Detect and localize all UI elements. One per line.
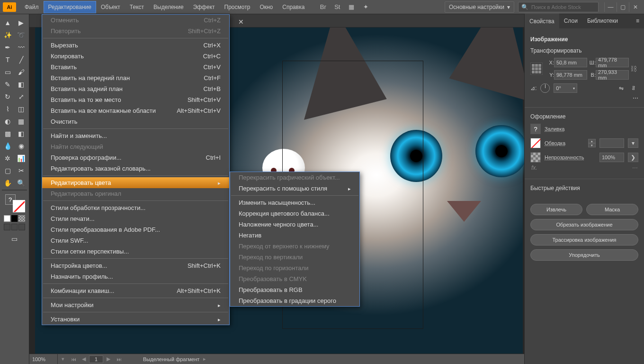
stock-icon[interactable]: St xyxy=(333,3,341,11)
artboard-tool[interactable]: ▢ xyxy=(1,165,14,176)
draw-normal-icon[interactable] xyxy=(4,224,10,230)
perspective-tool[interactable]: ▦ xyxy=(15,116,27,127)
w-value[interactable]: 479,778 mm xyxy=(596,58,629,67)
draw-inside-icon[interactable] xyxy=(18,224,25,230)
scale-tool[interactable]: ⤢ xyxy=(15,91,27,102)
curvature-tool[interactable]: 〰 xyxy=(15,42,27,53)
workspace-switcher[interactable]: Основные настройки ▾ xyxy=(445,1,514,13)
menu-item[interactable]: Стили печати... xyxy=(42,213,229,224)
appearance-more-icon[interactable]: ⋯ xyxy=(632,164,637,171)
search-input[interactable] xyxy=(531,4,595,10)
menu-item[interactable]: Стили обработки прозрачности... xyxy=(42,202,229,213)
menu-item[interactable]: Очистить xyxy=(42,116,229,127)
image-trace-button[interactable]: Трассировка изображения xyxy=(530,234,638,246)
type-tool[interactable]: T xyxy=(1,54,14,65)
artboard-number[interactable]: 1 xyxy=(89,355,103,363)
reference-point-icon[interactable] xyxy=(530,63,543,75)
opacity-dropdown[interactable]: ❯ xyxy=(628,153,638,162)
extract-button[interactable]: Извлечь xyxy=(530,204,582,215)
tab-properties[interactable]: Свойства xyxy=(525,14,559,28)
blend-tool[interactable]: ◉ xyxy=(15,140,27,152)
default-stroke-icon[interactable] xyxy=(11,215,18,222)
line-tool[interactable]: ╱ xyxy=(15,54,27,65)
menu-item[interactable]: ВставитьCtrl+V xyxy=(42,62,229,73)
gpu-icon[interactable]: ✦ xyxy=(361,3,370,11)
submenu-item[interactable]: Наложение черного цвета... xyxy=(230,219,359,230)
width-tool[interactable]: ⌇ xyxy=(1,103,14,115)
tab-layers[interactable]: Слои xyxy=(559,14,582,28)
menu-text[interactable]: Текст xyxy=(125,1,149,13)
graph-tool[interactable]: 📊 xyxy=(15,153,27,164)
fill-stroke-swatch[interactable]: ? xyxy=(4,193,25,212)
mesh-tool[interactable]: ▩ xyxy=(1,128,14,139)
pen-tool[interactable]: ✒ xyxy=(1,42,14,53)
mask-button[interactable]: Маска xyxy=(586,204,638,215)
tab-close-icon[interactable]: ✕ xyxy=(236,17,246,27)
menu-window[interactable]: Окно xyxy=(255,1,277,13)
menu-object[interactable]: Объект xyxy=(96,1,125,13)
menu-item[interactable]: КопироватьCtrl+C xyxy=(42,51,229,62)
close-button[interactable]: ✕ xyxy=(629,2,641,12)
shaper-tool[interactable]: ✎ xyxy=(1,79,14,90)
menu-item[interactable]: ВырезатьCtrl+X xyxy=(42,40,229,51)
next-artboard-icon[interactable]: ▶ xyxy=(103,354,114,364)
default-fill-icon[interactable] xyxy=(4,215,10,222)
menu-item[interactable]: Вставить на задний планCtrl+B xyxy=(42,83,229,94)
menu-item[interactable]: Редактировать заказной словарь... xyxy=(42,163,229,174)
menu-item[interactable]: Найти и заменить... xyxy=(42,130,229,141)
draw-behind-icon[interactable] xyxy=(11,224,18,230)
menu-item[interactable]: Мои настройки xyxy=(42,300,229,310)
angle-value[interactable]: 0°▾ xyxy=(554,83,577,93)
stroke-weight-value[interactable] xyxy=(599,138,624,148)
h-value[interactable]: 270,933 mm xyxy=(596,70,629,80)
submenu-item[interactable]: Изменить насыщенность... xyxy=(230,197,359,208)
first-artboard-icon[interactable]: ⏮ xyxy=(68,354,79,364)
menu-select[interactable]: Выделение xyxy=(149,1,188,13)
free-transform-tool[interactable]: ◫ xyxy=(15,103,27,115)
more-options-icon[interactable]: ⋯ xyxy=(633,95,638,101)
rectangle-tool[interactable]: ▭ xyxy=(1,66,14,78)
direct-selection-tool[interactable]: ▶ xyxy=(15,17,27,28)
magic-wand-tool[interactable]: ✨ xyxy=(1,29,14,41)
stroke-swatch[interactable] xyxy=(530,138,541,148)
submenu-item[interactable]: Преобразовать в градации серого xyxy=(230,295,359,306)
eyedropper-tool[interactable]: 💧 xyxy=(1,140,14,152)
rotate-tool[interactable]: ↻ xyxy=(1,91,14,102)
last-artboard-icon[interactable]: ⏭ xyxy=(114,354,124,364)
submenu-item[interactable]: Негатив xyxy=(230,230,359,241)
prev-artboard-icon[interactable]: ◀ xyxy=(79,354,89,364)
slice-tool[interactable]: ✂ xyxy=(15,165,27,176)
flip-horizontal-icon[interactable]: ⇋ xyxy=(617,84,626,92)
x-value[interactable]: 50,8 mm xyxy=(554,58,587,67)
menu-item[interactable]: Вставить на все монтажные областиAlt+Shi… xyxy=(42,105,229,116)
menu-edit[interactable]: Редактирование xyxy=(44,1,96,13)
eraser-tool[interactable]: ◧ xyxy=(15,79,27,90)
opacity-value[interactable]: 100% xyxy=(599,153,624,162)
gradient-tool[interactable]: ◧ xyxy=(15,128,27,139)
tab-libraries[interactable]: Библиотеки xyxy=(582,14,623,28)
flip-vertical-icon[interactable]: ⥯ xyxy=(629,84,638,92)
zoom-dropdown-icon[interactable]: ▾ xyxy=(58,354,68,364)
maximize-button[interactable]: ▢ xyxy=(617,2,629,12)
search-stock-field[interactable]: 🔍 xyxy=(518,2,599,12)
crop-image-button[interactable]: Обрезать изображение xyxy=(530,219,638,230)
fill-swatch[interactable]: ? xyxy=(530,124,541,134)
link-wh-icon[interactable]: ⛓ xyxy=(629,60,638,77)
fx-label[interactable]: fx. xyxy=(531,164,537,171)
swap-icon[interactable] xyxy=(18,215,25,222)
zoom-level[interactable]: 100% xyxy=(29,354,58,364)
menu-item[interactable]: Стили преобразования в Adobe PDF... xyxy=(42,224,229,235)
status-dropdown-icon[interactable]: ▸ xyxy=(199,354,210,364)
panel-menu-icon[interactable]: ≡ xyxy=(631,14,644,28)
menu-item[interactable]: Вставить на то же местоShift+Ctrl+V xyxy=(42,94,229,105)
submenu-item[interactable]: Преобразовать в RGB xyxy=(230,284,359,295)
menu-item[interactable]: Стили сетки перспективы... xyxy=(42,246,229,257)
arrange-button[interactable]: Упорядочить xyxy=(530,249,638,261)
submenu-item[interactable]: Коррекция цветового баланса... xyxy=(230,208,359,219)
menu-item[interactable]: Вставить на передний планCtrl+F xyxy=(42,73,229,83)
y-value[interactable]: 98,778 mm xyxy=(554,70,587,80)
menu-item[interactable]: Установки xyxy=(42,314,229,325)
menu-item[interactable]: Назначить профиль... xyxy=(42,271,229,282)
minimize-button[interactable]: — xyxy=(604,2,617,12)
zoom-tool[interactable]: 🔍 xyxy=(15,177,27,189)
